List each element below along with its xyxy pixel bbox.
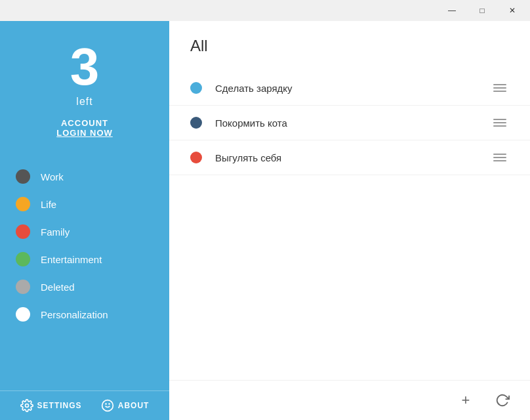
close-button[interactable]: ✕ [497, 0, 527, 21]
family-dot [16, 224, 30, 239]
sidebar-item-label-personalization: Personalization [41, 309, 108, 320]
account-section: ACCOUNT LOGIN NOW [56, 118, 113, 138]
sidebar-item-label-entertainment: Entertainment [41, 254, 102, 265]
svg-point-0 [25, 404, 28, 408]
task-text: Покормить кота [215, 117, 491, 129]
sidebar-item-label-work: Work [41, 171, 64, 182]
settings-button[interactable]: SETTINGS [20, 399, 82, 412]
page-title: All [190, 37, 509, 55]
svg-point-1 [102, 400, 113, 411]
sidebar-nav: WorkLifeFamilyEntertainmentDeletedPerson… [0, 158, 169, 390]
sidebar-item-life[interactable]: Life [0, 190, 169, 218]
refresh-button[interactable] [491, 388, 514, 412]
task-list: Сделать зарядкуПокормить котаВыгулять се… [169, 66, 530, 380]
about-button[interactable]: ABOUT [101, 399, 150, 412]
about-label: ABOUT [118, 401, 150, 410]
minimize-button[interactable]: — [437, 0, 467, 21]
account-title: ACCOUNT [56, 118, 113, 128]
task-color-dot [190, 82, 202, 94]
refresh-icon [495, 393, 510, 408]
add-icon: + [462, 392, 470, 409]
maximize-button[interactable]: □ [467, 0, 497, 21]
task-item[interactable]: Выгулять себя [169, 140, 530, 175]
task-item[interactable]: Сделать зарядку [169, 71, 530, 106]
task-drag-handle[interactable] [491, 151, 509, 164]
add-task-button[interactable]: + [454, 388, 478, 412]
life-dot [16, 197, 30, 211]
tasks-count-label: left [76, 96, 92, 108]
title-bar: — □ ✕ [0, 0, 530, 21]
personalization-dot [16, 307, 30, 322]
tasks-count: 3 [70, 41, 100, 93]
sidebar: 3 left ACCOUNT LOGIN NOW WorkLifeFamilyE… [0, 21, 169, 420]
sidebar-item-deleted[interactable]: Deleted [0, 273, 169, 301]
task-color-dot [190, 152, 202, 163]
sidebar-item-label-family: Family [41, 226, 70, 238]
sidebar-item-family[interactable]: Family [0, 218, 169, 245]
task-text: Сделать зарядку [215, 83, 491, 94]
main-header: All [169, 21, 530, 66]
task-color-dot [190, 117, 202, 129]
entertainment-dot [16, 252, 30, 266]
sidebar-item-work[interactable]: Work [0, 163, 169, 190]
main-content: All Сделать зарядкуПокормить котаВыгулят… [169, 21, 530, 420]
sidebar-item-label-deleted: Deleted [41, 282, 75, 293]
main-footer: + [169, 380, 530, 420]
task-item[interactable]: Покормить кота [169, 106, 530, 140]
sidebar-item-personalization[interactable]: Personalization [0, 301, 169, 328]
task-text: Выгулять себя [215, 152, 491, 163]
sidebar-top: 3 left ACCOUNT LOGIN NOW [0, 21, 169, 158]
login-button[interactable]: LOGIN NOW [56, 128, 113, 138]
settings-label: SETTINGS [37, 401, 82, 410]
sidebar-item-label-life: Life [41, 199, 56, 210]
task-drag-handle[interactable] [491, 116, 509, 129]
about-icon [101, 399, 114, 412]
sidebar-footer: SETTINGS ABOUT [0, 390, 169, 420]
app-body: 3 left ACCOUNT LOGIN NOW WorkLifeFamilyE… [0, 21, 530, 420]
task-drag-handle[interactable] [491, 81, 509, 94]
settings-icon [20, 399, 33, 412]
sidebar-item-entertainment[interactable]: Entertainment [0, 245, 169, 273]
deleted-dot [16, 280, 30, 294]
work-dot [16, 169, 30, 184]
